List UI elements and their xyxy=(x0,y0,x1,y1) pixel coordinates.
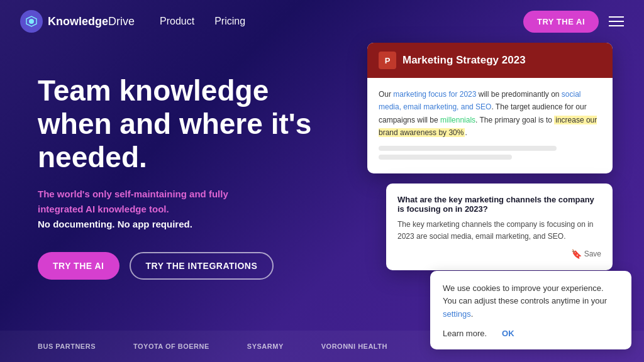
hero-right: P Marketing Strategy 2023 Our marketing … xyxy=(367,43,631,270)
hero-try-ai-button[interactable]: TRY THE AI xyxy=(38,252,119,280)
hamburger-line-2 xyxy=(609,21,624,22)
doc-text-brand-awareness: increase our brand awareness by 30% xyxy=(379,116,597,137)
doc-lines xyxy=(379,146,601,160)
doc-text-millennials: millennials xyxy=(440,116,475,124)
subtitle-line1: The world's only self-maintaining and fu… xyxy=(38,189,228,199)
document-card: P Marketing Strategy 2023 Our marketing … xyxy=(367,43,613,173)
logo-item-0: BUS PARTNERS xyxy=(38,343,96,350)
nav-product[interactable]: Product xyxy=(160,16,194,27)
hero-subtitle: The world's only self-maintaining and fu… xyxy=(38,187,340,232)
navbar: KnowledgeDrive Product Pricing TRY THE A… xyxy=(0,0,644,43)
qa-question: What are the key marketing channels the … xyxy=(397,195,601,214)
hamburger-line-1 xyxy=(609,16,624,18)
doc-card-header: P Marketing Strategy 2023 xyxy=(367,43,613,78)
hero-buttons: TRY THE AI TRY THE INTEGRATIONS xyxy=(38,252,340,280)
doc-title: Marketing Strategy 2023 xyxy=(402,54,526,67)
svg-point-1 xyxy=(29,19,34,24)
qa-answer: The key marketing channels the company i… xyxy=(397,219,601,243)
subtitle-line2: integrated AI knowledge tool. xyxy=(38,204,169,214)
doc-body: Our marketing focus for 2023 will be pre… xyxy=(367,78,613,173)
qa-save[interactable]: 🔖 Save xyxy=(397,249,601,259)
hamburger-menu[interactable] xyxy=(609,16,624,26)
doc-line-1 xyxy=(379,146,557,151)
doc-text-marketing-focus: marketing focus for 2023 xyxy=(393,90,476,99)
cookie-ok-button[interactable]: OK xyxy=(502,329,514,338)
save-icon: 🔖 xyxy=(571,249,582,259)
cookie-text: We use cookies to improve your experienc… xyxy=(443,282,619,321)
ppt-icon: P xyxy=(379,52,396,69)
cookie-settings-link[interactable]: settings xyxy=(443,309,471,319)
cookie-actions: Learn more. OK xyxy=(443,329,619,338)
logo-item-2: SysArmy xyxy=(247,343,284,350)
logo-item-1: TOYOTA of BOERNE xyxy=(133,343,209,350)
doc-line-2 xyxy=(379,155,512,160)
logo-text: KnowledgeDrive xyxy=(48,15,135,28)
nav-pricing[interactable]: Pricing xyxy=(214,16,245,27)
nav-links: Product Pricing xyxy=(160,16,523,27)
logo-item-3: Voronni Health xyxy=(321,343,387,350)
save-label: Save xyxy=(584,250,601,258)
nav-cta-button[interactable]: TRY THE AI xyxy=(523,11,599,33)
cookie-learn-more[interactable]: Learn more. xyxy=(443,329,487,338)
cookie-banner: We use cookies to improve your experienc… xyxy=(430,271,631,349)
hero-integrations-button[interactable]: TRY THE INTEGRATIONS xyxy=(130,252,274,280)
hero-left: Team knowledge when and where it's neede… xyxy=(38,68,340,280)
logo[interactable]: KnowledgeDrive xyxy=(20,10,135,33)
hero-title: Team knowledge when and where it's neede… xyxy=(38,74,340,174)
hamburger-line-3 xyxy=(609,25,624,26)
qa-card: What are the key marketing channels the … xyxy=(386,184,613,270)
hero-section: Team knowledge when and where it's neede… xyxy=(0,43,644,280)
subtitle-line3: No documenting. No app required. xyxy=(38,219,192,229)
